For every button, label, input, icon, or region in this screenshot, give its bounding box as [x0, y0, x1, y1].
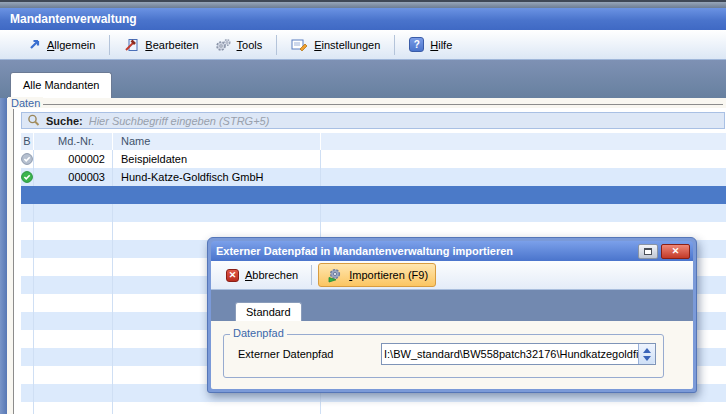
main-toolbar: Allgemein Bearbeiten Tools	[0, 30, 726, 60]
column-header-rest[interactable]	[321, 133, 726, 150]
dialog-titlebar: Externer Datenpfad in Mandantenverwaltun…	[211, 241, 693, 261]
toolbar-label: Bearbeiten	[145, 39, 198, 51]
app-titlebar: Mandantenverwaltung	[0, 8, 726, 30]
close-button[interactable]: ✕	[661, 244, 690, 259]
toolbar-separator	[311, 265, 312, 285]
form-pencil-icon	[291, 38, 308, 52]
path-value: I:\BW_standard\BW558patch32176\Hundkatze…	[382, 348, 638, 360]
toolbar-item-tools[interactable]: Tools	[207, 35, 271, 55]
close-icon: ✕	[672, 246, 680, 256]
import-button[interactable]: Importieren (F9)	[318, 263, 436, 287]
toolbar-item-einstellungen[interactable]: Einstellungen	[283, 35, 388, 55]
cancel-x-icon: ✕	[226, 269, 239, 282]
dialog-title: Externer Datenpfad in Mandantenverwaltun…	[216, 245, 635, 257]
toolbar-separator	[394, 35, 395, 55]
table-row[interactable]: 000003Hund-Katze-Goldfisch GmbH	[21, 168, 726, 186]
toolbar-label: Einstellungen	[314, 39, 380, 51]
status-check-gray-icon	[21, 153, 33, 165]
help-icon: ?	[409, 37, 424, 52]
table-row-selected[interactable]	[21, 186, 726, 204]
search-icon	[27, 114, 40, 127]
app-title: Mandantenverwaltung	[10, 12, 137, 26]
tab-alle-mandanten[interactable]: Alle Mandanten	[10, 72, 112, 98]
column-header-mdnr[interactable]: Md.-Nr.	[34, 133, 113, 150]
toolbar-item-hilfe[interactable]: ? Hilfe	[401, 34, 460, 55]
cancel-button[interactable]: ✕ Abbrechen	[219, 266, 305, 285]
cell-mdnr[interactable]: 000002	[34, 150, 113, 168]
status-check-green-icon	[21, 171, 33, 183]
app-window: Mandantenverwaltung Allgemein Bearbeiten	[0, 0, 726, 414]
search-input[interactable]	[89, 115, 724, 127]
spinner-down-icon	[643, 356, 651, 361]
import-label: Importieren (F9)	[349, 269, 428, 281]
search-label: Suche:	[46, 115, 83, 127]
cell-name[interactable]: Hund-Katze-Goldfisch GmbH	[113, 168, 321, 186]
column-header-b[interactable]: B	[21, 133, 34, 150]
datenpfad-groupbox-label: Datenpfad	[230, 327, 287, 339]
path-spinner[interactable]	[638, 344, 655, 364]
dialog-panel: Datenpfad Externer Datenpfad I:\BW_stand…	[211, 321, 693, 389]
cancel-label: Abbrechen	[245, 269, 298, 281]
table-row[interactable]: 000002Beispieldaten	[21, 150, 726, 168]
column-header-name[interactable]: Name	[113, 133, 321, 150]
toolbar-item-bearbeiten[interactable]: Bearbeiten	[116, 35, 206, 55]
datenpfad-groupbox: Datenpfad Externer Datenpfad I:\BW_stand…	[223, 334, 664, 378]
restore-button[interactable]	[638, 244, 658, 259]
table-row[interactable]	[21, 402, 726, 414]
toolbar-separator	[109, 35, 110, 55]
toolbar-separator	[276, 35, 277, 55]
dialog-tab-strip: Standard	[211, 290, 693, 321]
tab-strip: Alle Mandanten	[0, 60, 726, 98]
cell-name[interactable]: Beispieldaten	[113, 150, 321, 168]
search-bar[interactable]: Suche:	[21, 112, 725, 129]
cell-mdnr[interactable]: 000003	[34, 168, 113, 186]
import-gear-icon	[326, 267, 343, 283]
toolbar-label: Hilfe	[430, 39, 452, 51]
toolbar-label: Tools	[237, 39, 263, 51]
gears-icon	[215, 38, 231, 52]
window-left-edge	[0, 98, 7, 414]
toolbar-label: Allgemein	[47, 39, 95, 51]
tab-standard[interactable]: Standard	[235, 302, 302, 321]
restore-icon	[644, 248, 652, 255]
window-top-edge	[0, 0, 726, 8]
spinner-up-icon	[643, 348, 651, 353]
dialog-toolbar: ✕ Abbrechen Importieren (F9)	[211, 261, 693, 290]
externer-datenpfad-input[interactable]: I:\BW_standard\BW558patch32176\Hundkatze…	[381, 343, 656, 365]
edit-page-hammer-icon	[124, 38, 139, 52]
table-row[interactable]	[21, 204, 726, 222]
table-header: B Md.-Nr. Name	[21, 133, 726, 150]
toolbar-item-allgemein[interactable]: Allgemein	[20, 35, 103, 54]
externer-datenpfad-label: Externer Datenpfad	[238, 348, 333, 360]
import-dialog: Externer Datenpfad in Mandantenverwaltun…	[207, 237, 697, 393]
arrow-up-right-icon	[28, 38, 41, 51]
